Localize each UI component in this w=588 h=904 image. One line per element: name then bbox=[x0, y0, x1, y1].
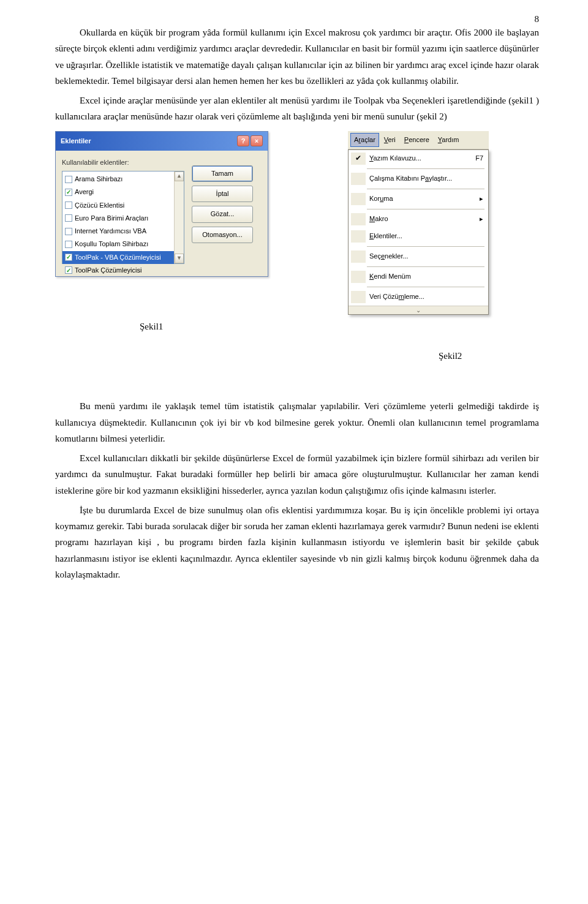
blank-icon bbox=[351, 291, 366, 303]
list-item-label: ToolPak - VBA Çözümleyicisi bbox=[75, 252, 161, 263]
paragraph-4: Excel kullanıcıları dikkatli bir şekilde… bbox=[55, 450, 539, 499]
list-item[interactable]: ✓ ToolPak Çözümleyicisi bbox=[62, 264, 174, 277]
checkbox[interactable] bbox=[65, 241, 72, 248]
menu-item-spelling[interactable]: ✔ Yazım Kılavuzu... F7 bbox=[349, 150, 488, 167]
addins-listbox[interactable]: Arama Sihirbazı ✓ Avergi Çözücü Eklentis… bbox=[62, 171, 184, 264]
list-item[interactable]: ✓ Avergi bbox=[62, 186, 174, 198]
list-item-label: Avergi bbox=[75, 186, 94, 198]
menubar-item-tools[interactable]: Araçlar bbox=[350, 133, 379, 147]
blank-icon bbox=[351, 250, 366, 263]
list-item-label: Arama Sihirbazı bbox=[75, 173, 123, 185]
list-item[interactable]: Koşullu Toplam Sihirbazı bbox=[62, 238, 174, 250]
paragraph-5: İşte bu durumlarda Excel de bize sunulmu… bbox=[55, 502, 539, 582]
menu-item-addins[interactable]: Eklentiler... bbox=[349, 228, 488, 245]
figure2-caption: Şekil2 bbox=[439, 348, 539, 364]
figure1-caption: Şekil1 bbox=[140, 318, 539, 334]
paragraph-3: Bu menü yardımı ile yaklaşık temel tüm i… bbox=[55, 398, 539, 446]
list-item-label: Koşullu Toplam Sihirbazı bbox=[75, 238, 148, 250]
checkbox-checked[interactable]: ✓ bbox=[65, 266, 72, 274]
checkbox-checked[interactable]: ✓ bbox=[65, 189, 72, 196]
blank-icon bbox=[351, 193, 366, 205]
menubar-item-data[interactable]: Veri bbox=[380, 133, 399, 147]
menu-item-macro[interactable]: Makro ▸ bbox=[349, 211, 488, 228]
separator bbox=[367, 189, 484, 189]
list-item-selected[interactable]: ✓ ToolPak - VBA Çözümleyicisi bbox=[62, 251, 174, 264]
menu-item-protection[interactable]: Koruma ▸ bbox=[349, 190, 488, 208]
shortcut-label: F7 bbox=[475, 153, 483, 164]
menu-item-data-analysis[interactable]: Veri Çözümleme... bbox=[349, 288, 488, 306]
menu-item-my-menu[interactable]: Kendi Menüm bbox=[349, 268, 488, 285]
page-number: 8 bbox=[535, 11, 540, 27]
blank-icon bbox=[351, 230, 366, 243]
separator bbox=[367, 266, 484, 267]
scroll-up-icon[interactable]: ▲ bbox=[175, 171, 184, 181]
paragraph-1: Okullarda en küçük bir program yâda form… bbox=[55, 24, 539, 89]
tools-menu: Araçlar Veri Pencere Yardım ✔ Yazım Kıla… bbox=[348, 131, 489, 315]
blank-icon bbox=[351, 271, 366, 283]
separator bbox=[367, 246, 484, 247]
list-item[interactable]: Çözücü Eklentisi bbox=[62, 199, 174, 212]
list-item-label: ToolPak Çözümleyicisi bbox=[75, 265, 141, 276]
browse-button[interactable]: Gözat... bbox=[192, 206, 253, 222]
checkbox[interactable] bbox=[65, 176, 72, 183]
scrollbar[interactable]: ▲ ▼ bbox=[174, 171, 184, 263]
available-addins-label: Kullanılabilir eklentiler: bbox=[62, 157, 184, 168]
blank-icon bbox=[351, 213, 366, 225]
figure1-wrapper: Eklentiler ? × Kullanılabilir eklentiler… bbox=[55, 131, 268, 315]
close-button[interactable]: × bbox=[251, 135, 263, 146]
tools-dropdown: ✔ Yazım Kılavuzu... F7 Çalışma Kitabını … bbox=[348, 149, 489, 315]
help-button[interactable]: ? bbox=[237, 135, 249, 146]
scroll-down-icon[interactable]: ▼ bbox=[175, 254, 184, 263]
checkbox-checked[interactable]: ✓ bbox=[65, 254, 72, 261]
list-item-label: Çözücü Eklentisi bbox=[75, 200, 124, 211]
figure2-wrapper: Araçlar Veri Pencere Yardım ✔ Yazım Kıla… bbox=[348, 131, 489, 315]
menubar: Araçlar Veri Pencere Yardım bbox=[348, 131, 489, 149]
submenu-arrow-icon: ▸ bbox=[480, 213, 483, 225]
checkbox[interactable] bbox=[65, 228, 72, 235]
addins-dialog: Eklentiler ? × Kullanılabilir eklentiler… bbox=[55, 131, 268, 277]
separator bbox=[367, 287, 484, 287]
cancel-button[interactable]: İptal bbox=[192, 186, 253, 202]
separator bbox=[367, 209, 484, 209]
menubar-item-window[interactable]: Pencere bbox=[401, 133, 433, 147]
list-item-label: Euro Para Birimi Araçları bbox=[75, 213, 148, 224]
list-item[interactable]: Internet Yardımcısı VBA bbox=[62, 225, 174, 238]
automation-button[interactable]: Otomasyon... bbox=[192, 227, 253, 243]
checkbox[interactable] bbox=[65, 202, 72, 209]
expand-chevron-icon[interactable]: ⌄ bbox=[349, 306, 488, 314]
dialog-title: Eklentiler bbox=[61, 135, 91, 147]
dialog-titlebar: Eklentiler ? × bbox=[56, 132, 268, 151]
list-item-label: Internet Yardımcısı VBA bbox=[75, 225, 146, 237]
separator bbox=[367, 168, 484, 169]
menu-item-share-workbook[interactable]: Çalışma Kitabını Paylaştır... bbox=[349, 170, 488, 187]
menubar-item-help[interactable]: Yardım bbox=[434, 133, 463, 147]
ok-button[interactable]: Tamam bbox=[192, 165, 253, 182]
list-item[interactable]: Arama Sihirbazı bbox=[62, 173, 174, 186]
paragraph-2: Excel içinde araçlar menüsünde yer alan … bbox=[55, 92, 539, 125]
spellcheck-icon: ✔ bbox=[351, 153, 366, 165]
submenu-arrow-icon: ▸ bbox=[480, 193, 483, 205]
list-item[interactable]: Euro Para Birimi Araçları bbox=[62, 212, 174, 225]
menu-item-options[interactable]: Seçenekler... bbox=[349, 248, 488, 265]
blank-icon bbox=[351, 173, 366, 185]
checkbox[interactable] bbox=[65, 214, 72, 222]
